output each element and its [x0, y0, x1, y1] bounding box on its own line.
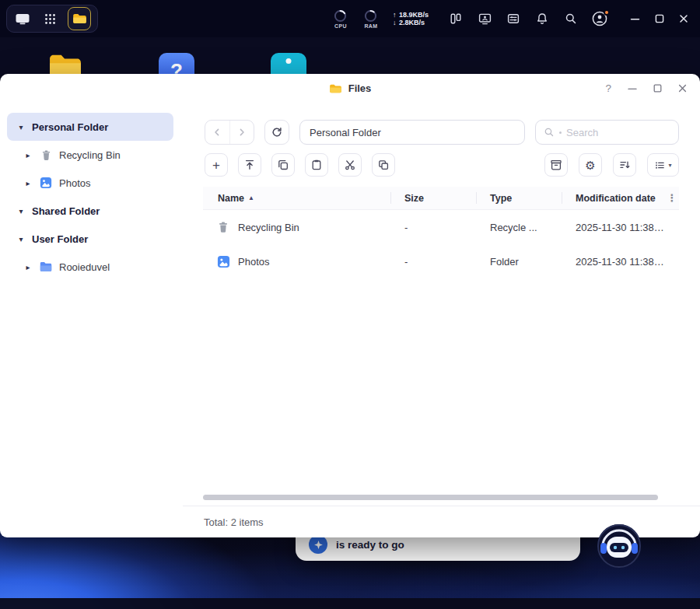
sidebar-item-label: Rooieduvel [59, 261, 110, 273]
app-dock [6, 5, 98, 33]
sort-button[interactable] [613, 153, 636, 177]
row-name-cell: Photos [203, 254, 390, 268]
search-icon [544, 127, 555, 138]
user-avatar-button[interactable] [592, 11, 607, 26]
sidebar-item-recycling-bin[interactable]: ▸ Recycling Bin [7, 141, 173, 169]
assistant-robot-button[interactable] [596, 523, 642, 569]
folder-icon [329, 83, 342, 94]
trash-icon [39, 148, 53, 162]
table-row[interactable]: Photos - Folder 2025-11-30 11:38:06 [203, 244, 679, 278]
caret-down-icon[interactable]: ▾ [16, 207, 26, 215]
sidebar-item-label: Recycling Bin [59, 149, 121, 161]
close-icon[interactable] [679, 14, 688, 23]
navigation-row [205, 119, 679, 145]
files-window: Files ? ▾ Personal Folder ▸ Recycling Bi… [0, 74, 700, 537]
row-type: Recycle ... [476, 222, 562, 233]
net-download-value: 2.8KB/s [399, 19, 425, 26]
close-icon[interactable] [678, 84, 687, 93]
column-options-button[interactable]: ⋮ [665, 192, 679, 204]
help-button[interactable]: ? [605, 82, 611, 94]
ram-gauge[interactable]: RAM [362, 9, 380, 29]
net-download: ↓2.8KB/s [393, 19, 429, 26]
window-body: ▾ Personal Folder ▸ Recycling Bin ▸ Phot… [0, 103, 700, 537]
row-date: 2025-11-30 11:38:06 [562, 256, 665, 268]
column-label: Modification date [576, 193, 656, 204]
toolbar: + [205, 153, 679, 177]
sidebar-item-label: Photos [59, 177, 90, 189]
row-name: Recycling Bin [238, 222, 299, 233]
maximize-icon[interactable] [655, 14, 664, 23]
cpu-dial-icon [334, 9, 347, 23]
caret-down-icon: ▾ [668, 162, 671, 169]
panels-icon [450, 12, 462, 25]
column-header-name[interactable]: Name ▲ [203, 187, 390, 209]
caret-right-icon[interactable]: ▸ [23, 263, 33, 271]
photos-icon [216, 254, 230, 268]
paste-button[interactable] [305, 153, 328, 177]
row-size: - [390, 256, 476, 268]
row-name: Photos [238, 256, 269, 268]
remote-session-button[interactable] [477, 11, 492, 26]
refresh-button[interactable] [264, 120, 289, 145]
active-app-files[interactable] [68, 7, 91, 30]
plus-icon: + [212, 159, 220, 172]
column-label: Name [218, 193, 244, 204]
download-arrow-icon: ↓ [393, 19, 399, 26]
system-topbar: CPU RAM ↑18.9KB/s ↓2.8KB/s [0, 0, 700, 37]
back-button[interactable] [205, 121, 229, 144]
system-settings-button[interactable] [506, 11, 521, 26]
minimize-icon[interactable] [628, 84, 637, 93]
column-header-modification-date[interactable]: Modification date [562, 187, 665, 209]
column-header-size[interactable]: Size [390, 187, 476, 209]
cut-button[interactable] [338, 153, 362, 177]
copy-icon [277, 159, 289, 171]
settings-button[interactable]: ⚙ [579, 153, 602, 177]
caret-right-icon[interactable]: ▸ [23, 151, 33, 159]
widgets-button[interactable] [448, 11, 464, 26]
caret-down-icon[interactable]: ▾ [16, 235, 26, 243]
files-titlebar[interactable]: Files ? [0, 74, 700, 103]
sort-icon [618, 159, 631, 171]
sidebar-item-rooieduvel[interactable]: ▸ Rooieduvel [7, 253, 173, 281]
archive-button[interactable] [544, 153, 568, 177]
caret-down-icon[interactable]: ▾ [16, 123, 26, 131]
maximize-icon[interactable] [653, 84, 662, 93]
copy-button[interactable] [271, 153, 295, 177]
view-mode-button[interactable]: ▾ [647, 153, 679, 177]
notifications-button[interactable] [534, 11, 550, 26]
sidebar-item-label: Personal Folder [32, 121, 108, 133]
app-launcher-button[interactable] [40, 9, 59, 28]
cpu-gauge[interactable]: CPU [332, 9, 349, 29]
file-list-empty-area [183, 278, 700, 495]
scrollbar-thumb[interactable] [203, 495, 658, 500]
path-input[interactable] [299, 120, 525, 145]
new-item-button[interactable]: + [205, 153, 228, 177]
notification-badge [604, 9, 610, 16]
sidebar-item-personal-folder[interactable]: ▾ Personal Folder [7, 113, 173, 141]
column-header-type[interactable]: Type [476, 187, 562, 209]
global-search-button[interactable] [563, 11, 579, 26]
history-nav-group [205, 120, 254, 145]
duplicate-button[interactable] [372, 153, 395, 177]
gear-icon: ⚙ [585, 159, 595, 171]
desktop-button[interactable] [13, 9, 32, 28]
bell-icon [536, 12, 548, 25]
sidebar-item-photos[interactable]: ▸ Photos [7, 169, 173, 197]
table-row[interactable]: Recycling Bin - Recycle ... 2025-11-30 1… [203, 210, 679, 244]
upload-button[interactable] [238, 153, 261, 177]
window-title-group: Files [0, 82, 700, 94]
upload-icon [243, 159, 256, 171]
duplicate-icon [377, 159, 390, 171]
list-view-icon [654, 159, 666, 171]
sidebar-item-user-folder[interactable]: ▾ User Folder [7, 225, 173, 253]
search-input[interactable] [566, 127, 670, 138]
search-box[interactable] [535, 120, 679, 145]
forward-button[interactable] [229, 121, 254, 144]
trash-icon [216, 220, 230, 234]
caret-right-icon[interactable]: ▸ [23, 179, 33, 187]
sidebar-item-shared-folder[interactable]: ▾ Shared Folder [7, 197, 173, 225]
minimize-icon[interactable] [630, 14, 640, 24]
app-dot-icon [286, 58, 292, 64]
sort-asc-icon: ▲ [248, 194, 254, 201]
topbar-status-cluster: CPU RAM ↑18.9KB/s ↓2.8KB/s [332, 9, 700, 29]
